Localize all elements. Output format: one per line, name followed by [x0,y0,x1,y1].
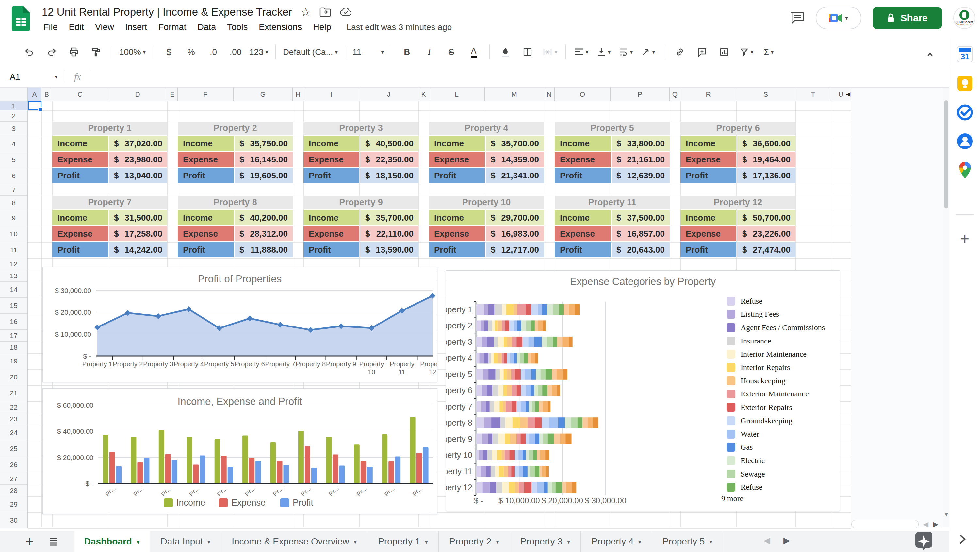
font-size-select[interactable]: 11▾ [350,43,387,61]
card-cell-label[interactable]: Profit [304,168,360,183]
row-header-6[interactable]: 6 [0,168,28,184]
borders-button[interactable] [517,43,539,61]
move-to-folder-icon[interactable] [320,7,331,17]
scroll-down-icon[interactable]: ▼ [943,512,950,518]
google-maps-icon[interactable] [957,161,973,181]
card-cell-value[interactable]: $12,717.00 [486,242,544,257]
card-cell-value[interactable]: $21,341.00 [486,168,544,183]
card-cell-label[interactable]: Expense [555,226,611,241]
column-header-N[interactable]: N [544,87,555,101]
menu-file[interactable]: File [38,20,64,34]
redo-button[interactable] [40,43,63,61]
sheet-tab-property-4[interactable]: Property 4▾ [581,531,652,552]
google-calendar-icon[interactable]: 31 [956,45,974,64]
card-cell-value[interactable]: $23,226.00 [737,226,795,241]
card-cell-label[interactable]: Income [429,210,485,225]
property-card-title[interactable]: Property 9 [304,196,418,209]
print-button[interactable] [63,43,85,61]
row-header-17[interactable]: 17 [0,330,28,341]
card-cell-value[interactable]: $14,359.00 [486,152,544,167]
insert-link-button[interactable] [669,43,691,61]
create-filter-button[interactable]: ▾ [735,43,757,61]
row-header-4[interactable]: 4 [0,136,28,152]
insert-chart-button[interactable] [713,43,735,61]
menu-tools[interactable]: Tools [221,20,253,34]
row-header-10[interactable]: 10 [0,226,28,242]
card-cell-label[interactable]: Income [555,136,611,151]
card-cell-label[interactable]: Income [681,136,736,151]
card-cell-value[interactable]: $13,590.00 [360,242,418,257]
card-cell-label[interactable]: Expense [555,152,611,167]
card-cell-value[interactable]: $31,500.00 [109,210,167,225]
row-header-18[interactable]: 18 [0,341,28,353]
row-header-3[interactable]: 3 [0,121,28,136]
column-header-M[interactable]: M [485,87,544,101]
hide-menus-button[interactable] [919,45,941,64]
card-cell-value[interactable]: $16,983.00 [486,226,544,241]
zoom-select[interactable]: 100%▾ [117,43,148,61]
row-header-2[interactable]: 2 [0,110,28,121]
column-header-P[interactable]: P [611,87,670,101]
paint-format-button[interactable] [85,43,107,61]
row-header-30[interactable]: 30 [0,512,28,528]
card-cell-label[interactable]: Income [178,210,234,225]
card-cell-value[interactable]: $23,980.00 [109,152,167,167]
sheet-tab-data-input[interactable]: Data Input▾ [150,531,221,552]
card-cell-label[interactable]: Profit [52,242,108,257]
card-cell-label[interactable]: Profit [681,242,736,257]
row-header-11[interactable]: 11 [0,242,28,258]
card-cell-label[interactable]: Income [429,136,485,151]
format-percent-button[interactable]: % [180,43,202,61]
card-cell-value[interactable]: $40,500.00 [360,136,418,151]
functions-button[interactable]: Σ▾ [757,43,780,61]
hidden-columns-marker[interactable]: ◀ [846,91,850,98]
menu-data[interactable]: Data [192,20,221,34]
text-rotation-button[interactable]: ▾ [637,43,659,61]
horizontal-scrollbar[interactable]: ◀ ▶ [851,519,943,529]
card-cell-label[interactable]: Profit [304,242,360,257]
property-card-title[interactable]: Property 4 [429,121,544,135]
card-cell-label[interactable]: Income [304,210,360,225]
card-cell-value[interactable]: $11,888.00 [235,242,293,257]
card-cell-label[interactable]: Income [304,136,360,151]
bold-button[interactable]: B [396,43,418,61]
row-header-23[interactable]: 23 [0,413,28,425]
sheet-tab-property-2[interactable]: Property 2▾ [439,531,510,552]
scroll-right-icon[interactable]: ▶ [933,520,938,528]
property-card-title[interactable]: Property 2 [178,121,293,135]
google-contacts-icon[interactable] [956,132,974,151]
row-header-29[interactable]: 29 [0,496,28,512]
cloud-saved-icon[interactable] [340,8,352,17]
last-edit-link[interactable]: Last edit was 3 minutes ago [347,22,452,32]
card-cell-label[interactable]: Expense [429,226,485,241]
format-currency-button[interactable]: $ [158,43,180,61]
italic-button[interactable]: I [418,43,440,61]
card-cell-value[interactable]: $22,110.00 [360,226,418,241]
vertical-scrollbar-thumb[interactable] [944,101,948,208]
column-header-A[interactable]: A [28,87,41,101]
card-cell-value[interactable]: $17,258.00 [109,226,167,241]
menu-insert[interactable]: Insert [119,20,153,34]
card-cell-label[interactable]: Income [52,136,108,151]
sheet-tab-income-expense-overview[interactable]: Income & Expense Overview▾ [221,531,368,552]
property-card-title[interactable]: Property 12 [681,196,795,209]
income-expense-profit-chart[interactable]: Income, Expense and Profit$ -$ 20,000.00… [43,388,438,514]
card-cell-label[interactable]: Profit [681,168,736,183]
card-cell-value[interactable]: $19,464.00 [737,152,795,167]
card-cell-label[interactable]: Profit [555,168,611,183]
add-sheet-button[interactable]: + [25,534,34,549]
font-family-select[interactable]: Default (Ca...▾ [280,43,340,61]
name-box[interactable]: A1▾ [0,72,57,82]
property-card-title[interactable]: Property 11 [555,196,670,209]
column-header-S[interactable]: S [736,87,795,101]
card-cell-label[interactable]: Expense [681,226,736,241]
document-title[interactable]: 12 Unit Rental Property | Income & Expen… [42,6,292,18]
card-cell-value[interactable]: $16,857.00 [611,226,670,241]
row-header-24[interactable]: 24 [0,425,28,441]
google-tasks-icon[interactable] [956,104,974,123]
horizontal-scrollbar-thumb[interactable] [851,520,919,528]
column-header-T[interactable]: T [795,87,831,101]
sheet-tab-dashboard[interactable]: Dashboard▾ [74,531,150,552]
card-cell-label[interactable]: Income [178,136,234,151]
card-cell-label[interactable]: Expense [429,152,485,167]
